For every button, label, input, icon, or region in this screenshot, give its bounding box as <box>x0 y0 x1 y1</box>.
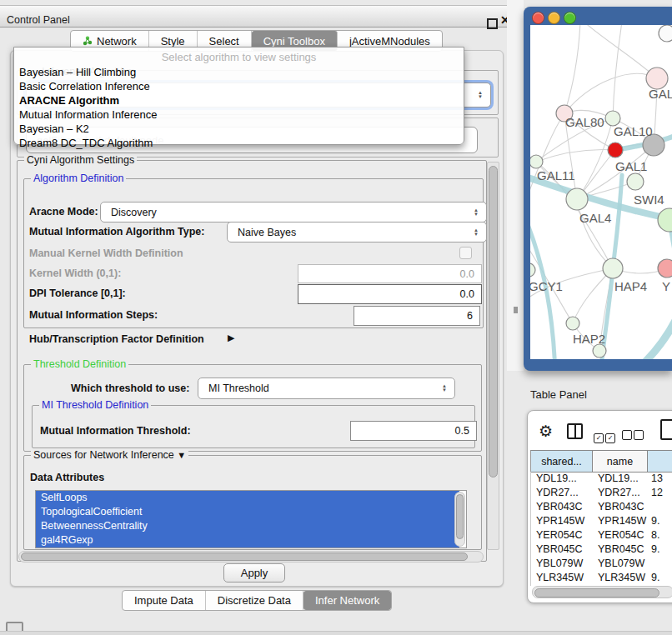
cell: YDL19... <box>531 472 593 486</box>
attribute-item-gal4rgexp[interactable]: gal4RGexp <box>36 533 459 548</box>
algorithm-definition-title: Algorithm Definition <box>31 172 126 184</box>
apply-button[interactable]: Apply <box>223 563 285 582</box>
table-hscrollbar-thumb[interactable] <box>534 588 659 598</box>
aracne-mode-combo[interactable]: Discovery ▲▼ <box>100 202 487 222</box>
threshold-definition-title: Threshold Definition <box>31 358 128 370</box>
node-label-hap4: HAP4 <box>614 279 647 293</box>
table-row[interactable]: YDL19...YDL19...13 <box>531 472 672 486</box>
column-header-shared[interactable]: shared... <box>531 451 593 472</box>
algorithm-option-bayesian-k2[interactable]: Bayesian – K2 <box>18 122 460 136</box>
node-bright-green[interactable] <box>658 208 672 232</box>
split-divider[interactable] <box>507 0 524 371</box>
cell: YBL079W <box>531 557 593 571</box>
attr-list-vscrollbar-thumb[interactable] <box>456 494 464 539</box>
network-graph: GALGAL80GAL10GAL1GAL11SWI4GAL4GCY1HAP4YH… <box>530 25 672 359</box>
column-header-name[interactable]: name <box>593 451 648 472</box>
table-row[interactable]: YBL079WYBL079W <box>531 557 672 571</box>
table-row[interactable]: YDR27...YDR27...12 <box>531 486 672 500</box>
hub-definition-label[interactable]: Hub/Transcription Factor Definition <box>29 333 204 345</box>
minimize-window-icon[interactable] <box>548 12 560 24</box>
which-threshold-combo[interactable]: MI Threshold ▲▼ <box>198 378 455 399</box>
mi-algorithm-type-combo[interactable]: Naive Bayes ▲▼ <box>227 222 487 242</box>
table-row[interactable]: YBR045CYBR045C9. <box>531 542 672 557</box>
table-row[interactable]: YLR345WYLR345W9. <box>531 571 672 585</box>
new-table-icon[interactable] <box>660 419 672 440</box>
network-view-window[interactable]: GALGAL80GAL10GAL1GAL11SWI4GAL4GCY1HAP4YH… <box>524 7 672 371</box>
mi-threshold-label: Mutual Information Threshold: <box>40 425 191 437</box>
node-gal1[interactable] <box>627 173 644 190</box>
table-hscrollbar[interactable] <box>532 586 672 598</box>
attribute-item-selfloops[interactable]: SelfLoops <box>36 491 459 505</box>
node-hap4[interactable] <box>603 258 623 278</box>
manual-kernel-checkbox[interactable] <box>459 247 472 259</box>
select-all-checks-icon[interactable]: ✓✓ <box>594 428 617 443</box>
settings-hscrollbar-thumb[interactable] <box>21 552 468 561</box>
tab-impute-data-label: Impute Data <box>134 594 193 607</box>
data-attributes-label: Data Attributes <box>30 472 104 483</box>
zoom-window-icon[interactable] <box>564 12 576 24</box>
table-row[interactable]: YBR043CYBR043C <box>531 500 672 514</box>
kernel-width-label: Kernel Width (0,1): <box>29 268 121 279</box>
window-controls <box>532 12 576 24</box>
tab-impute-data[interactable]: Impute Data <box>123 591 206 610</box>
cell: YER054C <box>593 528 648 542</box>
attr-list-vscrollbar[interactable] <box>454 492 465 547</box>
spinner-icon: ▲▼ <box>474 208 479 217</box>
expand-right-icon[interactable]: ▶ <box>228 332 234 343</box>
which-threshold-label: Which threshold to use: <box>71 382 189 394</box>
cell: YDL19... <box>593 472 648 486</box>
node-gcy1[interactable] <box>530 263 535 277</box>
algorithm-option-bayesian-hill-climbing[interactable]: Bayesian – Hill Climbing <box>18 65 460 79</box>
kernel-width-field[interactable]: 0.0 <box>298 264 482 283</box>
divider-grip-icon[interactable] <box>514 307 518 313</box>
close-window-icon[interactable] <box>532 12 544 24</box>
mi-steps-label: Mutual Information Steps: <box>29 309 158 321</box>
columns-icon-divider <box>574 425 576 438</box>
tab-jactivemnodules-label: jActiveMNodules <box>349 35 430 48</box>
cell: YBL079W <box>593 557 648 571</box>
which-threshold-value: MI Threshold <box>208 382 269 394</box>
algorithm-option-aracne-algorithm[interactable]: ARACNE Algorithm <box>18 93 460 108</box>
node-bottom-partial[interactable] <box>593 344 606 358</box>
node-gal4[interactable] <box>566 188 588 210</box>
tab-infer-network[interactable]: Infer Network <box>303 591 391 610</box>
mi-steps-field[interactable]: 6 <box>354 306 480 326</box>
algorithm-option-basic-correlation-inference[interactable]: Basic Correlation Inference <box>18 79 460 93</box>
sources-title[interactable]: Sources for Network Inference ▼ <box>31 449 188 461</box>
cell: 12 <box>648 486 672 500</box>
tab-discretize-data[interactable]: Discretize Data <box>206 591 303 610</box>
cyni-bottom-tabs: Impute DataDiscretize DataInfer Network <box>122 590 392 611</box>
table-panel-title: Table Panel <box>530 388 587 401</box>
mi-threshold-definition-title: MI Threshold Definition <box>39 399 151 411</box>
aracne-mode-value: Discovery <box>111 207 157 218</box>
settings-hscrollbar[interactable] <box>18 551 484 562</box>
settings-vscrollbar-thumb[interactable] <box>489 166 498 478</box>
columns-icon[interactable] <box>567 423 583 439</box>
mi-threshold-field[interactable]: 0.5 <box>350 421 477 441</box>
cell: YLR345W <box>593 571 648 585</box>
float-panel-icon[interactable] <box>487 18 498 29</box>
gear-icon[interactable]: ⚙ <box>539 422 553 441</box>
node-gal11[interactable] <box>530 155 543 168</box>
algorithm-option-mutual-information-inference[interactable]: Mutual Information Inference <box>18 108 460 122</box>
settings-vscrollbar[interactable] <box>487 162 499 550</box>
network-canvas[interactable]: GALGAL80GAL10GAL1GAL11SWI4GAL4GCY1HAP4YH… <box>530 25 672 359</box>
node-salmon[interactable] <box>658 259 672 278</box>
tab-network-label: Network <box>97 35 137 48</box>
algorithm-option-dream8-dc-tdc-algorithm[interactable]: Dream8 DC_TDC Algorithm <box>18 136 460 150</box>
attribute-item-betweennesscentrality[interactable]: BetweennessCentrality <box>36 519 459 533</box>
cell: YBR043C <box>593 500 648 514</box>
node-hap2[interactable] <box>566 317 579 330</box>
dpi-tolerance-field[interactable]: 0.0 <box>298 284 482 304</box>
table-row[interactable]: YER054CYER054C8. <box>531 528 672 542</box>
column-header-2[interactable] <box>648 451 672 472</box>
attribute-item-topologicalcoefficient[interactable]: TopologicalCoefficient <box>36 505 459 519</box>
node-red-node[interactable] <box>608 142 623 158</box>
clear-all-checks-icon[interactable] <box>622 428 645 443</box>
node-top-partial[interactable] <box>659 25 672 42</box>
cell <box>648 557 672 571</box>
data-attributes-list: SelfLoopsTopologicalCoefficientBetweenne… <box>35 490 467 548</box>
bottom-divider <box>0 631 672 635</box>
tab-select-label: Select <box>209 35 239 48</box>
table-row[interactable]: YPR145WYPR145W9. <box>531 514 672 528</box>
